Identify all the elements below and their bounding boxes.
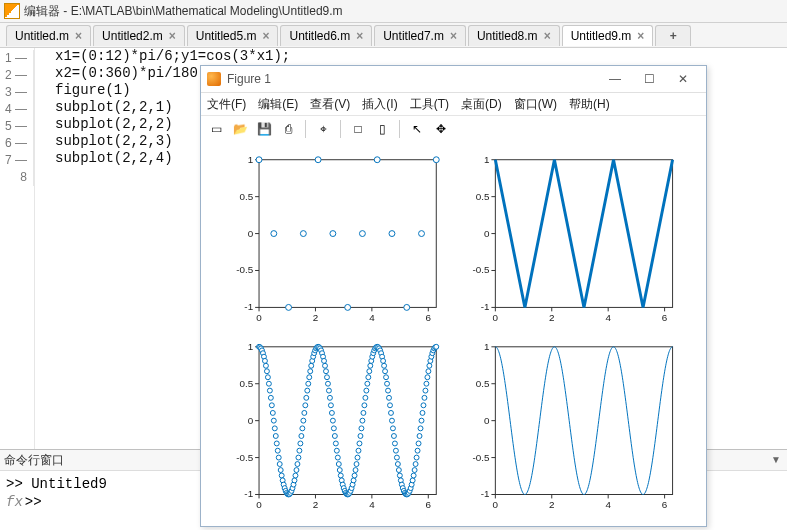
rotate-icon[interactable]: □ <box>347 118 369 140</box>
maximize-button[interactable]: ☐ <box>632 69 666 89</box>
svg-point-83 <box>269 403 274 408</box>
svg-point-232 <box>416 441 421 446</box>
svg-text:-1: -1 <box>481 488 490 499</box>
close-icon[interactable]: × <box>450 29 457 43</box>
svg-text:0: 0 <box>256 499 262 510</box>
svg-point-20 <box>271 231 277 237</box>
svg-point-182 <box>367 369 372 374</box>
svg-point-82 <box>268 395 273 400</box>
figure-menubar[interactable]: 文件(F)编辑(E)查看(V)插入(I)工具(T)桌面(D)窗口(W)帮助(H) <box>201 93 706 116</box>
svg-point-177 <box>362 403 367 408</box>
editor-title: 编辑器 - E:\MATLAB\bin\Mathematical Modelin… <box>24 3 343 20</box>
menu-item[interactable]: 插入(I) <box>362 96 397 113</box>
save-icon[interactable]: 💾 <box>253 118 275 140</box>
svg-point-198 <box>383 369 388 374</box>
svg-point-166 <box>351 478 356 483</box>
svg-point-85 <box>271 418 276 423</box>
svg-point-90 <box>276 455 281 460</box>
svg-point-237 <box>421 403 426 408</box>
menu-item[interactable]: 窗口(W) <box>514 96 557 113</box>
svg-point-88 <box>274 441 279 446</box>
editor-titlebar: 编辑器 - E:\MATLAB\bin\Mathematical Modelin… <box>0 0 787 23</box>
svg-text:2: 2 <box>549 499 554 510</box>
add-tab-button[interactable]: + <box>655 25 691 46</box>
tab-Untitled9-m[interactable]: Untitled9.m× <box>562 25 654 46</box>
data-cursor-icon[interactable]: ⌖ <box>312 118 334 140</box>
svg-point-92 <box>278 468 283 473</box>
svg-point-212 <box>396 468 401 473</box>
pan-icon[interactable]: ✥ <box>430 118 452 140</box>
svg-point-119 <box>305 388 310 393</box>
menu-item[interactable]: 帮助(H) <box>569 96 610 113</box>
svg-point-113 <box>299 434 304 439</box>
close-icon[interactable]: × <box>544 29 551 43</box>
svg-point-109 <box>295 462 300 467</box>
colorbar-icon[interactable]: ▯ <box>371 118 393 140</box>
svg-text:0: 0 <box>493 312 499 323</box>
svg-point-121 <box>307 375 312 380</box>
tab-Untitled5-m[interactable]: Untitled5.m× <box>187 25 279 46</box>
fx-icon: fx <box>6 494 23 510</box>
svg-text:2: 2 <box>313 499 318 510</box>
print-icon[interactable]: ⎙ <box>277 118 299 140</box>
svg-text:4: 4 <box>369 312 375 323</box>
svg-point-153 <box>338 473 343 478</box>
close-icon[interactable]: × <box>75 29 82 43</box>
svg-point-140 <box>326 381 331 386</box>
menu-item[interactable]: 桌面(D) <box>461 96 502 113</box>
pointer-icon[interactable]: ↖ <box>406 118 428 140</box>
close-icon[interactable]: × <box>637 29 644 43</box>
figure-titlebar[interactable]: Figure 1 — ☐ ✕ <box>201 66 706 93</box>
svg-text:0: 0 <box>248 228 254 239</box>
svg-point-112 <box>298 441 303 446</box>
svg-text:0: 0 <box>484 228 490 239</box>
code-line[interactable]: x1=(0:12)*pi/6;y1=cos(3*x1); <box>35 48 787 65</box>
svg-point-197 <box>382 363 387 368</box>
svg-point-204 <box>389 410 394 415</box>
svg-point-23 <box>315 157 321 163</box>
svg-point-152 <box>337 468 342 473</box>
svg-point-24 <box>330 231 336 237</box>
svg-point-30 <box>419 231 425 237</box>
close-icon[interactable]: × <box>169 29 176 43</box>
svg-text:0.5: 0.5 <box>239 378 253 389</box>
close-icon[interactable]: × <box>356 29 363 43</box>
svg-point-149 <box>334 448 339 453</box>
svg-point-19 <box>256 157 262 163</box>
new-doc-icon[interactable]: ▭ <box>205 118 227 140</box>
tab-Untitled6-m[interactable]: Untitled6.m× <box>280 25 372 46</box>
menu-item[interactable]: 编辑(E) <box>258 96 298 113</box>
svg-point-76 <box>262 358 267 363</box>
close-icon[interactable]: × <box>262 29 269 43</box>
close-button[interactable]: ✕ <box>666 69 700 89</box>
line-number-gutter: 1 —2 —3 —4 —5 —6 —7 —8 <box>0 48 35 449</box>
figure-title: Figure 1 <box>227 72 271 86</box>
svg-point-28 <box>389 231 395 237</box>
svg-text:6: 6 <box>426 312 432 323</box>
open-icon[interactable]: 📂 <box>229 118 251 140</box>
figure-window[interactable]: Figure 1 — ☐ ✕ 文件(F)编辑(E)查看(V)插入(I)工具(T)… <box>200 65 707 527</box>
editor-tabbar: Untitled.m×Untitled2.m×Untitled5.m×Untit… <box>0 23 787 48</box>
svg-point-151 <box>336 462 341 467</box>
svg-point-86 <box>272 426 277 431</box>
menu-item[interactable]: 工具(T) <box>410 96 449 113</box>
menu-item[interactable]: 文件(F) <box>207 96 246 113</box>
tab-Untitled-m[interactable]: Untitled.m× <box>6 25 91 46</box>
svg-point-116 <box>302 410 307 415</box>
tab-Untitled2-m[interactable]: Untitled2.m× <box>93 25 185 46</box>
chevron-down-icon[interactable]: ▼ <box>771 450 781 470</box>
svg-text:2: 2 <box>549 312 554 323</box>
tab-Untitled7-m[interactable]: Untitled7.m× <box>374 25 466 46</box>
figure-toolbar[interactable]: ▭📂💾⎙⌖□▯↖✥ <box>201 116 706 143</box>
svg-point-138 <box>324 369 329 374</box>
svg-text:0: 0 <box>248 415 254 426</box>
svg-point-236 <box>420 410 425 415</box>
tab-Untitled8-m[interactable]: Untitled8.m× <box>468 25 560 46</box>
editor-app-icon <box>4 3 20 19</box>
svg-point-203 <box>388 403 393 408</box>
svg-text:2: 2 <box>313 312 318 323</box>
minimize-button[interactable]: — <box>598 69 632 89</box>
menu-item[interactable]: 查看(V) <box>310 96 350 113</box>
svg-point-81 <box>267 388 272 393</box>
svg-point-22 <box>300 231 306 237</box>
